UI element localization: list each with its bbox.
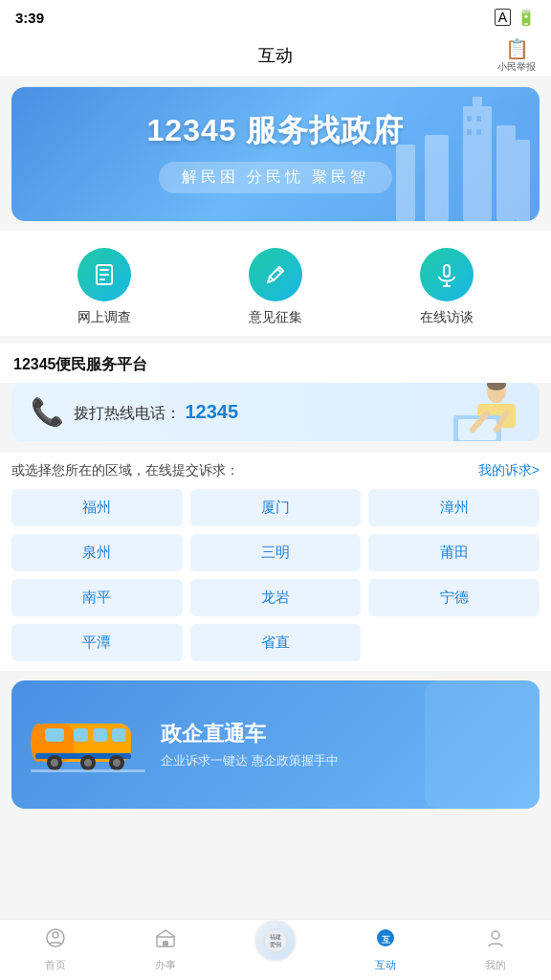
city-grid: 福州厦门漳州泉州三明莆田南平龙岩宁德平潭省直 [11, 489, 540, 661]
city-header: 或选择您所在的区域，在线提交诉求： 我的诉求> [11, 462, 540, 479]
bottom-nav: 首页 办事 福建 爱例 互 互动 [0, 919, 551, 980]
svg-rect-3 [496, 125, 516, 221]
svg-rect-45 [163, 941, 168, 947]
hotline-info: 拨打热线电话： 12345 [74, 401, 238, 424]
status-bar: 3:39 A 🔋 [0, 0, 551, 34]
survey-label: 网上调查 [77, 309, 131, 326]
mine-label: 我的 [485, 958, 506, 972]
city-btn-宁德[interactable]: 宁德 [368, 579, 540, 616]
svg-rect-31 [74, 728, 88, 742]
interact-icon: 互 [375, 927, 396, 954]
hero-banner: 12345 服务找政府 解民困 分民忧 聚民智 [11, 87, 540, 221]
svg-point-40 [113, 759, 121, 767]
svg-text:互: 互 [382, 935, 391, 945]
banner-subtitle: 企业诉求一键达 惠企政策握手中 [161, 752, 339, 769]
header-right-button[interactable]: 📋 小民举报 [497, 37, 536, 74]
svg-rect-41 [31, 769, 145, 772]
svg-rect-12 [99, 274, 109, 276]
opinion-label: 意见征集 [249, 309, 302, 326]
svg-rect-33 [112, 728, 126, 742]
section-title: 12345便民服务平台 [0, 344, 551, 383]
banner-text: 政企直通车 企业诉求一键达 惠企政策握手中 [161, 720, 339, 769]
app-header: 互动 📋 小民举报 [0, 34, 551, 78]
interview-icon [420, 248, 474, 301]
nav-office[interactable]: 办事 [110, 922, 220, 978]
city-btn-平潭[interactable]: 平潭 [11, 624, 183, 661]
header-right-label: 小民举报 [497, 60, 536, 74]
hero-deco-svg [367, 87, 540, 221]
svg-rect-6 [467, 116, 472, 122]
quick-action-opinion[interactable]: 意见征集 [249, 248, 302, 326]
city-btn-泉州[interactable]: 泉州 [11, 534, 183, 571]
svg-rect-16 [444, 265, 450, 277]
svg-line-14 [270, 277, 274, 280]
header-title: 互动 [258, 44, 293, 67]
interact-label: 互动 [375, 958, 396, 972]
phone-icon: 📞 [31, 396, 64, 428]
main-content: 12345 服务找政府 解民困 分民忧 聚民智 [0, 78, 551, 891]
city-btn-龙岩[interactable]: 龙岩 [190, 579, 362, 616]
svg-point-46 [264, 929, 287, 952]
svg-point-51 [492, 931, 499, 939]
hero-title: 12345 服务找政府 [147, 110, 405, 152]
hotline-banner[interactable]: 📞 拨打热线电话： 12345 [11, 383, 540, 441]
svg-text:福建: 福建 [270, 934, 281, 940]
hotline-number: 12345 [185, 401, 238, 422]
train-icon [31, 700, 145, 790]
svg-rect-32 [93, 728, 107, 742]
interview-label: 在线访谈 [420, 309, 474, 326]
opinion-icon [249, 248, 302, 301]
hotline-illustration [444, 383, 520, 441]
svg-rect-7 [476, 116, 481, 122]
quick-action-survey[interactable]: 网上调查 [77, 248, 131, 326]
bottom-banner[interactable]: 政企直通车 企业诉求一键达 惠企政策握手中 [11, 680, 540, 809]
hotline-prefix: 拨打热线电话： [74, 405, 181, 421]
svg-point-38 [84, 759, 92, 767]
city-btn-厦门[interactable]: 厦门 [190, 489, 362, 526]
a-icon: A [495, 9, 511, 26]
nav-fujian[interactable]: 福建 爱例 [220, 933, 330, 968]
my-complaint-link[interactable]: 我的诉求> [478, 462, 540, 479]
svg-point-36 [51, 759, 58, 767]
nav-interact[interactable]: 互 互动 [331, 922, 441, 978]
banner-title: 政企直通车 [161, 720, 339, 748]
hero-subtitle: 解民困 分民忧 聚民智 [159, 162, 393, 193]
survey-icon [77, 248, 131, 301]
svg-rect-30 [45, 728, 64, 742]
city-btn-省直[interactable]: 省直 [190, 624, 362, 661]
svg-rect-1 [473, 97, 482, 106]
home-label: 首页 [45, 958, 66, 972]
status-icons: A 🔋 [495, 9, 536, 27]
fujian-icon: 福建 爱例 [254, 920, 297, 962]
quick-action-interview[interactable]: 在线访谈 [420, 248, 474, 326]
office-label: 办事 [155, 958, 176, 972]
quick-actions: 网上调查 意见征集 在线访谈 [0, 231, 551, 336]
home-icon [45, 927, 66, 954]
status-time: 3:39 [15, 10, 44, 26]
svg-rect-2 [425, 135, 449, 221]
svg-text:爱例: 爱例 [270, 942, 281, 947]
city-section: 或选择您所在的区域，在线提交诉求： 我的诉求> 福州厦门漳州泉州三明莆田南平龙岩… [0, 453, 551, 671]
svg-rect-0 [463, 106, 492, 221]
svg-rect-11 [99, 269, 109, 271]
nav-mine[interactable]: 我的 [441, 922, 551, 978]
office-icon [155, 927, 176, 954]
city-btn-漳州[interactable]: 漳州 [368, 489, 540, 526]
svg-rect-8 [467, 129, 472, 135]
nav-home[interactable]: 首页 [0, 922, 110, 978]
city-btn-福州[interactable]: 福州 [11, 489, 183, 526]
report-icon: 📋 [505, 37, 529, 60]
banner-deco [425, 680, 540, 809]
city-description: 或选择您所在的区域，在线提交诉求： [11, 462, 239, 479]
city-btn-南平[interactable]: 南平 [11, 579, 183, 616]
svg-rect-9 [476, 129, 481, 135]
svg-rect-13 [99, 278, 105, 280]
svg-rect-4 [396, 145, 415, 221]
svg-rect-5 [516, 140, 530, 221]
city-btn-三明[interactable]: 三明 [190, 534, 362, 571]
city-btn-莆田[interactable]: 莆田 [368, 534, 540, 571]
mine-icon [485, 927, 506, 954]
svg-point-43 [53, 932, 58, 938]
battery-icon: 🔋 [517, 9, 536, 27]
